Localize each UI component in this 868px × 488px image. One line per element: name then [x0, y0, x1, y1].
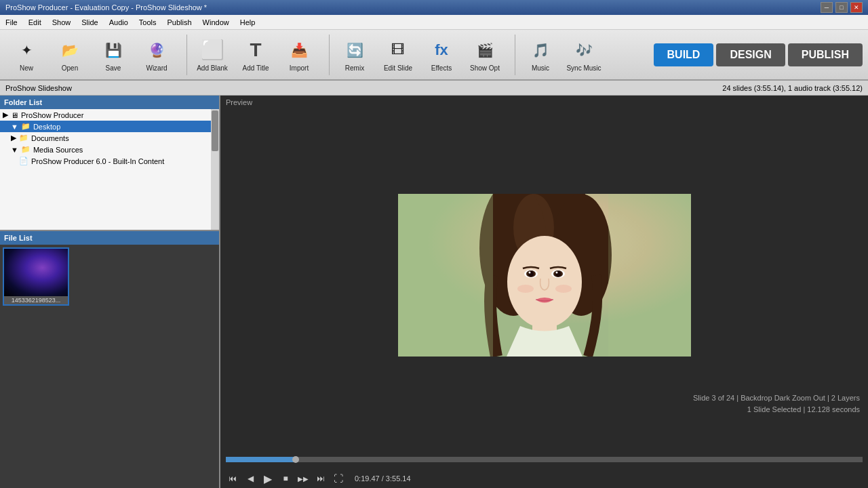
folder-item-desktop[interactable]: ▼ 📁 Desktop: [0, 121, 211, 132]
file-list-header: File List: [0, 231, 219, 245]
skip-back-button[interactable]: ⏮: [226, 472, 239, 485]
menu-show[interactable]: Show: [47, 15, 77, 29]
new-button[interactable]: ✦ New: [5, 32, 47, 78]
progress-bar[interactable]: [226, 457, 863, 462]
effects-button[interactable]: fx Effects: [420, 32, 462, 78]
save-button[interactable]: 💾 Save: [92, 32, 134, 78]
expand-icon-3: ▶: [11, 134, 16, 142]
toolbar-divider-2: [324, 35, 330, 75]
edit-slide-button[interactable]: 🎞 Edit Slide: [377, 32, 419, 78]
music-button[interactable]: 🎵 Music: [519, 32, 561, 78]
menu-window[interactable]: Window: [197, 15, 235, 29]
right-area: Preview: [220, 96, 868, 488]
effects-icon: fx: [429, 38, 454, 62]
add-title-icon: T: [243, 38, 268, 62]
file-grid: 1453362198523...: [0, 245, 219, 488]
expand-icon-2: ▼: [11, 123, 18, 131]
project-title: ProShow Slideshow: [5, 84, 72, 92]
sync-music-icon: 🎶: [572, 38, 596, 62]
folder-list-header: Folder List: [0, 96, 219, 109]
menu-file[interactable]: File: [0, 15, 23, 29]
titlebar: ProShow Producer - Evaluation Copy - Pro…: [0, 0, 868, 15]
folder-item-builtin[interactable]: 📄 ProShow Producer 6.0 - Built-In Conten…: [0, 155, 211, 167]
toolbar: ✦ New 📂 Open 💾 Save 🔮 Wizard ⬜ Add Blank…: [0, 30, 868, 81]
project-info: 24 slides (3:55.14), 1 audio track (3:55…: [722, 84, 863, 92]
design-mode-button[interactable]: DESIGN: [716, 43, 785, 66]
folder-icon-desktop: 📁: [21, 122, 31, 131]
computer-icon: 🖥: [11, 111, 18, 119]
toolbar-divider-3: [510, 35, 515, 75]
time-display: 0:19.47 / 3:55.14: [355, 474, 411, 483]
menu-publish[interactable]: Publish: [162, 15, 197, 29]
file-thumb-img-1: [4, 249, 68, 296]
preview-portrait: [398, 194, 691, 357]
prev-frame-button[interactable]: ◀: [243, 472, 257, 485]
close-button[interactable]: ✕: [850, 2, 863, 13]
sync-music-button[interactable]: 🎶 Sync Music: [563, 32, 605, 78]
menubar: File Edit Show Slide Audio Tools Publish…: [0, 15, 868, 30]
import-button[interactable]: 📥 Import: [278, 32, 320, 78]
transport-bar: ⏮ ◀ ▶ ■ ▶▶ ⏭ ⛶ 0:19.47 / 3:55.14: [220, 454, 868, 488]
menu-slide[interactable]: Slide: [76, 15, 103, 29]
folder-scrollbar[interactable]: [211, 109, 219, 231]
left-panel: Folder List ▶ 🖥 ProShow Producer ▼ 📁 Des…: [0, 96, 220, 488]
publish-mode-button[interactable]: PUBLISH: [788, 43, 863, 66]
main-area: Folder List ▶ 🖥 ProShow Producer ▼ 📁 Des…: [0, 96, 868, 488]
progress-fill: [226, 457, 296, 462]
svg-point-14: [555, 271, 557, 273]
preview-image: [398, 194, 691, 357]
maximize-button[interactable]: □: [835, 2, 848, 13]
folder-tree-content: ▶ 🖥 ProShow Producer ▼ 📁 Desktop ▶ 📁 Doc…: [0, 109, 211, 231]
project-bar: ProShow Slideshow 24 slides (3:55.14), 1…: [0, 81, 868, 96]
titlebar-title: ProShow Producer - Evaluation Copy - Pro…: [5, 3, 207, 12]
preview-header: Preview: [220, 96, 258, 109]
folder-item-proshow[interactable]: ▶ 🖥 ProShow Producer: [0, 109, 211, 121]
add-blank-button[interactable]: ⬜ Add Blank: [191, 32, 233, 78]
folder-scroll-thumb: [212, 110, 218, 151]
import-icon: 📥: [287, 38, 311, 62]
slide-info: Slide 3 of 24 | Backdrop Dark Zoom Out |…: [693, 392, 860, 415]
build-mode-button[interactable]: BUILD: [654, 43, 714, 66]
show-opt-icon: 🎬: [473, 38, 497, 62]
music-icon: 🎵: [528, 38, 553, 62]
transport-controls: ⏮ ◀ ▶ ■ ▶▶ ⏭ ⛶ 0:19.47 / 3:55.14: [226, 472, 863, 485]
expand-icon-4: ▼: [11, 146, 18, 154]
new-icon: ✦: [14, 38, 39, 62]
folder-list: Folder List ▶ 🖥 ProShow Producer ▼ 📁 Des…: [0, 96, 219, 231]
menu-tools[interactable]: Tools: [134, 15, 162, 29]
svg-rect-18: [608, 194, 691, 357]
menu-audio[interactable]: Audio: [104, 15, 134, 29]
menu-help[interactable]: Help: [235, 15, 261, 29]
add-title-button[interactable]: T Add Title: [235, 32, 277, 78]
wizard-button[interactable]: 🔮 Wizard: [136, 32, 178, 78]
file-thumb-label-1: 1453362198523...: [4, 296, 68, 304]
edit-slide-icon: 🎞: [386, 38, 410, 62]
show-opt-button[interactable]: 🎬 Show Opt: [464, 32, 506, 78]
menu-edit[interactable]: Edit: [23, 15, 47, 29]
wizard-icon: 🔮: [144, 38, 169, 62]
folder-item-documents[interactable]: ▶ 📁 Documents: [0, 132, 211, 144]
minimize-button[interactable]: ─: [821, 2, 833, 13]
slide-info-line2: 1 Slide Selected | 12.128 seconds: [693, 404, 860, 415]
svg-point-15: [517, 285, 534, 293]
next-frame-button[interactable]: ▶▶: [296, 472, 310, 485]
svg-point-16: [555, 285, 572, 293]
fullscreen-button[interactable]: ⛶: [332, 472, 345, 485]
skip-forward-button[interactable]: ⏭: [314, 472, 328, 485]
toolbar-divider-1: [182, 35, 187, 75]
play-button[interactable]: ▶: [261, 472, 275, 485]
preview-area: Preview: [220, 96, 868, 454]
file-list: File List 1453362198523...: [0, 231, 219, 488]
file-icon-builtin: 📄: [19, 157, 28, 165]
progress-thumb: [292, 456, 299, 463]
expand-icon-1: ▶: [3, 110, 8, 119]
stop-button[interactable]: ■: [279, 472, 292, 485]
folder-icon-media: 📁: [21, 145, 31, 154]
remix-button[interactable]: 🔄 Remix: [334, 32, 376, 78]
slide-info-line1: Slide 3 of 24 | Backdrop Dark Zoom Out |…: [693, 392, 860, 404]
folder-icon-docs: 📁: [19, 134, 28, 142]
open-button[interactable]: 📂 Open: [49, 32, 91, 78]
file-thumbnail-1[interactable]: 1453362198523...: [3, 247, 69, 306]
folder-item-media-sources[interactable]: ▼ 📁 Media Sources: [0, 144, 211, 155]
svg-point-5: [507, 236, 582, 328]
